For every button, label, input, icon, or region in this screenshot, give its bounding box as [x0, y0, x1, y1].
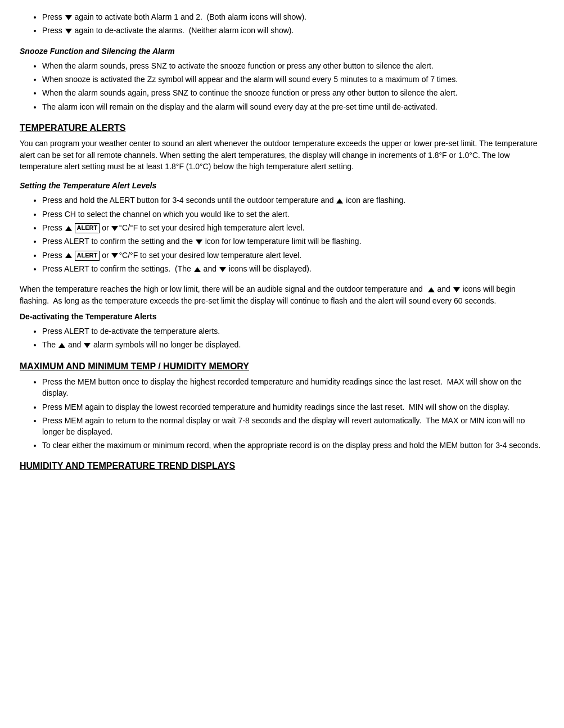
down-arrow-icon-2 — [65, 29, 72, 34]
setting-temp-bullet-6: Press ALERT to confirm the settings. (Th… — [42, 263, 544, 274]
down-arrow-icon-7 — [453, 287, 460, 292]
up-arrow-icon-5 — [428, 287, 435, 292]
temp-alerts-heading: TEMPERATURE ALERTS — [20, 121, 544, 134]
temp-reach-para: When the temperature reaches the high or… — [20, 283, 544, 306]
humidity-trend-section: HUMIDITY AND TEMPERATURE TREND DISPLAYS — [20, 459, 544, 472]
up-arrow-icon-1 — [336, 198, 343, 204]
down-arrow-icon-6 — [219, 267, 226, 272]
alert-badge-1: ALERT — [75, 223, 100, 233]
snooze-bullet-4: The alarm icon will remain on the displa… — [42, 101, 544, 112]
setting-temp-bullet-2: Press CH to select the channel on which … — [42, 209, 544, 220]
deactivate-temp-bullets-list: Press ALERT to de-activate the temperatu… — [42, 325, 544, 351]
max-min-section: MAXIMUM AND MINIMUM TEMP / HUMIDITY MEMO… — [20, 360, 544, 451]
setting-temp-bullet-5: Press ALERT or °C/°F to set your desired… — [42, 250, 544, 261]
deactivate-temp-bullet-2: The and alarm symbols will no longer be … — [42, 339, 544, 350]
setting-temp-section: Setting the Temperature Alert Levels Pre… — [20, 180, 544, 274]
deactivate-temp-heading: De-activating the Temperature Alerts — [20, 311, 544, 322]
humidity-trend-heading: HUMIDITY AND TEMPERATURE TREND DISPLAYS — [20, 459, 544, 472]
setting-temp-bullet-4: Press ALERT to confirm the setting and t… — [42, 236, 544, 247]
snooze-bullet-2: When snooze is activated the Zz symbol w… — [42, 74, 544, 85]
down-arrow-icon-8 — [84, 343, 91, 348]
down-arrow-icon-5 — [111, 253, 118, 258]
top-bullet-1: Press again to activate both Alarm 1 and… — [42, 11, 544, 22]
setting-temp-bullets-list: Press and hold the ALERT button for 3-4 … — [42, 195, 544, 274]
setting-temp-bullet-3: Press ALERT or °C/°F to set your desired… — [42, 222, 544, 233]
snooze-heading: Snooze Function and Silencing the Alarm — [20, 46, 544, 57]
temp-alerts-para: You can program your weather center to s… — [20, 138, 544, 172]
up-arrow-icon-6 — [58, 343, 65, 348]
snooze-bullets-list: When the alarm sounds, press SNZ to acti… — [42, 60, 544, 112]
down-arrow-icon-1 — [65, 15, 72, 20]
deactivate-temp-section: De-activating the Temperature Alerts Pre… — [20, 311, 544, 351]
top-bullet-2: Press again to de-activate the alarms. (… — [42, 25, 544, 36]
down-arrow-icon-3 — [111, 226, 118, 231]
deactivate-temp-bullet-1: Press ALERT to de-activate the temperatu… — [42, 325, 544, 337]
down-arrow-icon-4 — [196, 239, 202, 245]
top-bullets-list: Press again to activate both Alarm 1 and… — [42, 11, 544, 37]
max-min-bullet-1: Press the MEM button once to display the… — [42, 376, 544, 399]
up-arrow-icon-3 — [65, 253, 72, 258]
alert-badge-2: ALERT — [75, 251, 100, 261]
snooze-bullet-3: When the alarm sounds again, press SNZ t… — [42, 87, 544, 98]
max-min-bullet-3: Press MEM again to return to the normal … — [42, 415, 544, 438]
max-min-heading: MAXIMUM AND MINIMUM TEMP / HUMIDITY MEMO… — [20, 360, 544, 373]
max-min-bullets-list: Press the MEM button once to display the… — [42, 376, 544, 451]
snooze-section: Snooze Function and Silencing the Alarm … — [20, 46, 544, 112]
setting-temp-heading: Setting the Temperature Alert Levels — [20, 180, 544, 191]
setting-temp-bullet-1: Press and hold the ALERT button for 3-4 … — [42, 195, 544, 206]
up-arrow-icon-2 — [65, 226, 72, 231]
max-min-bullet-4: To clear either the maximum or minimum r… — [42, 440, 544, 451]
max-min-bullet-2: Press MEM again to display the lowest re… — [42, 401, 544, 413]
snooze-bullet-1: When the alarm sounds, press SNZ to acti… — [42, 60, 544, 71]
up-arrow-icon-4 — [194, 267, 201, 272]
temp-alerts-section: TEMPERATURE ALERTS You can program your … — [20, 121, 544, 172]
